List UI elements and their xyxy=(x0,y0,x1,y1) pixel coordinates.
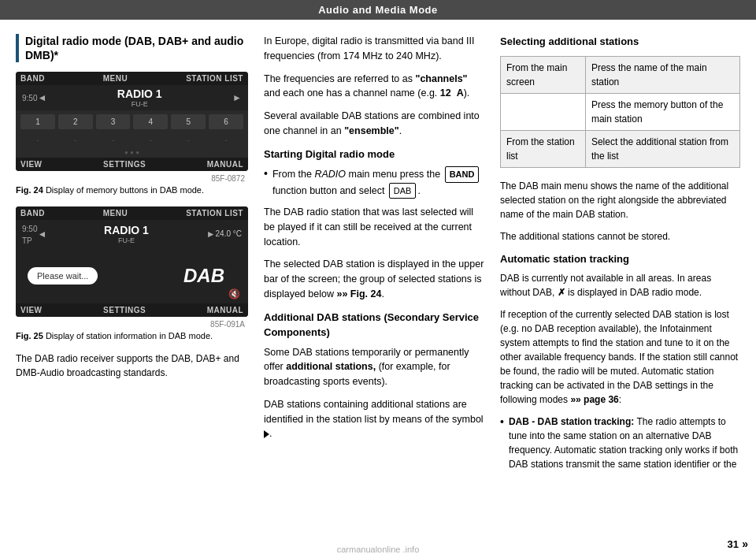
table-row-1: From the main screen Press the name of t… xyxy=(501,56,740,93)
section1-bullet: • From the RADIO main menu press the BAN… xyxy=(264,166,484,199)
station-list-label: STATION LIST xyxy=(186,74,243,83)
right-para3: DAB is currently not available in all ar… xyxy=(500,271,740,299)
radio-time-2: 9:50 xyxy=(22,225,37,233)
preset-label-6: - xyxy=(209,135,243,146)
radio-top-bar-1: BAND MENU STATION LIST xyxy=(16,72,248,85)
settings-label-1[interactable]: SETTINGS xyxy=(103,160,146,169)
section1-cont2: The selected DAB station is displayed in… xyxy=(264,257,484,301)
bullet-dot-1: • xyxy=(264,166,268,199)
img-ref-2: 85F-091A xyxy=(16,320,248,329)
please-wait-bubble: Please wait... xyxy=(28,267,98,285)
preset-3[interactable]: 3 xyxy=(96,114,131,129)
page-number: 31 xyxy=(728,538,739,550)
radio-inner-2: Please wait... DAB 🔇 xyxy=(16,248,248,303)
mute-icon: 🔇 xyxy=(228,288,240,299)
section2-para2: DAB stations containing additional stati… xyxy=(264,397,484,441)
section1-bullet-text: From the RADIO main menu press the BAND … xyxy=(272,166,484,199)
page-header: Audio and Media Mode xyxy=(0,0,756,20)
right-section1-title: Selecting additional stations xyxy=(500,34,740,50)
station-selection-table: From the main screen Press the name of t… xyxy=(500,56,740,168)
preset-label-3: - xyxy=(96,135,131,146)
right-para4: If reception of the currently selected D… xyxy=(500,307,740,407)
right-bullet1-text: DAB - DAB station tracking: The radio at… xyxy=(509,415,740,471)
radio-temp: 24.0 °C xyxy=(216,229,242,238)
preset-6[interactable]: 6 xyxy=(209,114,243,129)
preset-1[interactable]: 1 xyxy=(20,114,55,129)
table-cell-row1-col1: From the main screen xyxy=(501,56,586,93)
manual-label-1[interactable]: MANUAL xyxy=(207,160,243,169)
intro-para-1: In Europe, digital radio is transmitted … xyxy=(264,34,484,64)
preset-label-4: - xyxy=(133,135,168,146)
radio-bottom-bar-2: VIEW SETTINGS MANUAL xyxy=(16,303,248,317)
menu-label-2: MENU xyxy=(103,209,128,218)
fig2-text: Display of station information in DAB mo… xyxy=(46,331,213,340)
radio-top-bar-2: BAND MENU STATION LIST xyxy=(16,206,248,220)
radio-presets-1: 1 2 3 4 5 6 xyxy=(16,110,248,133)
table-cell-row2-col1 xyxy=(501,93,586,130)
table-cell-row1-col2: Press the name of the main station xyxy=(585,56,739,93)
preset-label-2: - xyxy=(58,135,93,146)
section-title: Digital radio mode (DAB, DAB+ and audio … xyxy=(16,34,248,62)
dab-logo: DAB xyxy=(183,265,224,287)
view-label-1[interactable]: VIEW xyxy=(20,160,43,169)
station-sub-2: FU-E xyxy=(46,236,206,244)
intro-para-3: Several available DAB stations are combi… xyxy=(264,109,484,139)
arrow-right-icon xyxy=(264,430,269,438)
fig-ref: Fig. 24 xyxy=(350,288,382,299)
fig2-label: Fig. 25 xyxy=(16,331,46,340)
radio-bottom-bar-1: VIEW SETTINGS MANUAL xyxy=(16,158,248,171)
fig1-label: Fig. 24 xyxy=(16,185,46,195)
radio-time-row-2: 9:50 TP ◄ RADIO 1 FU-E ► 24.0 °C xyxy=(16,220,248,248)
settings-label-2[interactable]: SETTINGS xyxy=(103,306,146,314)
band-label: BAND xyxy=(20,74,45,83)
dab-x-symbol: ✗ xyxy=(558,287,565,298)
table-cell-row2-col2: Press the memory button of the main stat… xyxy=(585,93,739,130)
page-arrow-icon: » xyxy=(742,538,748,550)
radio-dots-1: ● ● ● xyxy=(16,147,248,158)
additional-stations-term: additional stations, xyxy=(286,361,376,372)
table-cell-row3-col1: From the station list xyxy=(501,130,586,167)
preset-labels-1: - - - - - - xyxy=(16,133,248,147)
page-ref: page 36 xyxy=(584,394,619,405)
middle-column: In Europe, digital radio is transmitted … xyxy=(264,34,484,546)
section2-title: Additional DAB stations (Secondary Servi… xyxy=(264,310,484,340)
watermark: carmanualonline .info xyxy=(337,545,420,554)
channels-term: "channels" xyxy=(415,73,467,84)
fig1-caption: Fig. 24 Display of memory buttons in DAB… xyxy=(16,184,248,196)
preset-2[interactable]: 2 xyxy=(58,114,93,129)
section1-cont1: The DAB radio station that was last sele… xyxy=(264,205,484,249)
intro-para-2: The frequencies are referred to as "chan… xyxy=(264,72,484,102)
table-row-3: From the station list Select the additio… xyxy=(501,130,740,167)
station-list-label-2: STATION LIST xyxy=(186,209,243,218)
manual-label-2[interactable]: MANUAL xyxy=(207,306,243,314)
station-sub-1: FU-E xyxy=(46,100,232,108)
right-bullet1: • DAB - DAB station tracking: The radio … xyxy=(500,415,740,471)
preset-4[interactable]: 4 xyxy=(133,114,168,129)
see-fig-arrow: »» xyxy=(336,288,347,299)
preset-5[interactable]: 5 xyxy=(171,114,206,129)
station-name-1: RADIO 1 xyxy=(46,87,232,100)
dab-tracking-label: DAB - DAB station tracking: xyxy=(509,416,634,427)
band-label-2: BAND xyxy=(20,209,45,218)
table-row-2: Press the memory button of the main stat… xyxy=(501,93,740,130)
menu-label: MENU xyxy=(103,74,128,83)
station-name-2: RADIO 1 xyxy=(46,224,206,236)
img-ref-1: 85F-0872 xyxy=(16,174,248,183)
section-heading: Digital radio mode (DAB, DAB+ and audio … xyxy=(25,34,248,62)
page-ref-arrow: »» xyxy=(570,394,580,405)
radio-time-1: 9:50 xyxy=(22,94,37,102)
right-column: Selecting additional stations From the m… xyxy=(500,34,740,546)
section2-para1: Some DAB stations temporarily or permane… xyxy=(264,345,484,389)
radio-time-row-1: 9:50 ◄ RADIO 1 FU-E ► xyxy=(16,85,248,110)
content-wrapper: Digital radio mode (DAB, DAB+ and audio … xyxy=(0,20,756,554)
prev-arrow-2: ◄ xyxy=(37,229,46,240)
prev-arrow-1: ◄ xyxy=(37,92,46,103)
radio-tp: TP xyxy=(22,236,32,245)
bottom-text: The DAB radio receiver supports the DAB,… xyxy=(16,352,248,380)
header-title: Audio and Media Mode xyxy=(318,4,438,16)
radio-display-1: BAND MENU STATION LIST 9:50 ◄ RADIO 1 FU… xyxy=(16,72,248,171)
preset-label-1: - xyxy=(20,135,55,146)
section1-title: Starting Digital radio mode xyxy=(264,147,484,162)
view-label-2[interactable]: VIEW xyxy=(20,306,43,314)
preset-label-5: - xyxy=(171,135,206,146)
